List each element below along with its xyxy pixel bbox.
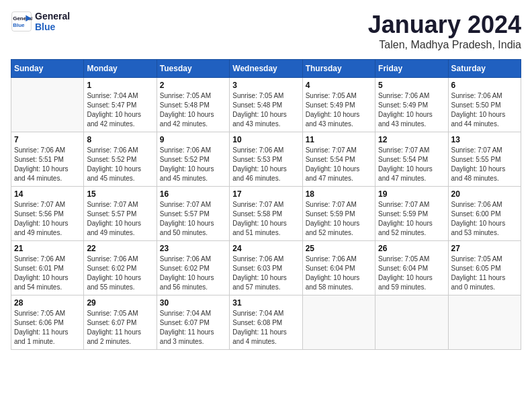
day-info: Sunrise: 7:06 AM Sunset: 6:00 PM Dayligh…	[451, 200, 518, 238]
day-number: 3	[232, 81, 299, 90]
calendar-cell: 2Sunrise: 7:05 AM Sunset: 5:48 PM Daylig…	[157, 78, 229, 132]
day-number: 1	[87, 81, 153, 90]
day-info: Sunrise: 7:07 AM Sunset: 5:57 PM Dayligh…	[87, 200, 153, 238]
calendar-cell: 22Sunrise: 7:06 AM Sunset: 6:02 PM Dayli…	[84, 241, 157, 295]
day-number: 2	[160, 81, 226, 90]
day-info: Sunrise: 7:07 AM Sunset: 5:58 PM Dayligh…	[232, 200, 299, 238]
calendar-cell: 6Sunrise: 7:06 AM Sunset: 5:50 PM Daylig…	[448, 78, 521, 132]
calendar-cell: 15Sunrise: 7:07 AM Sunset: 5:57 PM Dayli…	[84, 187, 157, 241]
calendar-subtitle: Talen, Madhya Pradesh, India	[368, 39, 521, 51]
day-number: 9	[160, 135, 226, 144]
day-info: Sunrise: 7:06 AM Sunset: 6:03 PM Dayligh…	[232, 255, 299, 292]
week-row-2: 7Sunrise: 7:06 AM Sunset: 5:51 PM Daylig…	[11, 132, 521, 187]
day-info: Sunrise: 7:07 AM Sunset: 5:59 PM Dayligh…	[306, 200, 372, 238]
calendar-cell: 4Sunrise: 7:05 AM Sunset: 5:49 PM Daylig…	[302, 78, 375, 132]
day-number: 21	[14, 244, 81, 253]
title-area: January 2024 Talen, Madhya Pradesh, Indi…	[368, 11, 521, 51]
day-info: Sunrise: 7:06 AM Sunset: 6:01 PM Dayligh…	[14, 255, 81, 292]
day-number: 17	[232, 189, 299, 199]
calendar-cell: 9Sunrise: 7:06 AM Sunset: 5:52 PM Daylig…	[157, 132, 229, 187]
column-header-tuesday: Tuesday	[157, 60, 229, 78]
column-header-sunday: Sunday	[11, 60, 84, 78]
day-info: Sunrise: 7:04 AM Sunset: 5:47 PM Dayligh…	[87, 91, 153, 129]
calendar-cell: 31Sunrise: 7:04 AM Sunset: 6:08 PM Dayli…	[230, 295, 302, 350]
day-info: Sunrise: 7:06 AM Sunset: 5:53 PM Dayligh…	[232, 146, 299, 183]
column-header-friday: Friday	[375, 60, 448, 78]
calendar-cell: 21Sunrise: 7:06 AM Sunset: 6:01 PM Dayli…	[11, 241, 84, 295]
day-number: 13	[451, 135, 518, 144]
calendar-cell: 5Sunrise: 7:06 AM Sunset: 5:49 PM Daylig…	[375, 78, 448, 132]
day-number: 18	[306, 189, 372, 199]
header: General Blue GeneralBlue January 2024 Ta…	[11, 11, 521, 51]
day-number: 5	[378, 81, 445, 90]
calendar-cell: 8Sunrise: 7:06 AM Sunset: 5:52 PM Daylig…	[84, 132, 157, 187]
day-info: Sunrise: 7:07 AM Sunset: 5:54 PM Dayligh…	[378, 146, 445, 183]
day-number: 15	[87, 189, 153, 199]
day-number: 27	[451, 244, 518, 253]
day-info: Sunrise: 7:05 AM Sunset: 5:48 PM Dayligh…	[232, 91, 299, 129]
calendar-cell: 13Sunrise: 7:07 AM Sunset: 5:55 PM Dayli…	[448, 132, 521, 187]
day-number: 6	[451, 81, 518, 90]
calendar-cell	[302, 295, 375, 350]
day-number: 19	[378, 189, 445, 199]
day-number: 29	[87, 298, 153, 308]
day-info: Sunrise: 7:05 AM Sunset: 5:48 PM Dayligh…	[160, 91, 226, 129]
calendar-cell: 24Sunrise: 7:06 AM Sunset: 6:03 PM Dayli…	[230, 241, 302, 295]
week-row-1: 1Sunrise: 7:04 AM Sunset: 5:47 PM Daylig…	[11, 78, 521, 132]
column-header-wednesday: Wednesday	[230, 60, 302, 78]
day-info: Sunrise: 7:06 AM Sunset: 5:52 PM Dayligh…	[87, 146, 153, 183]
week-row-5: 28Sunrise: 7:05 AM Sunset: 6:06 PM Dayli…	[11, 295, 521, 350]
calendar-cell: 16Sunrise: 7:07 AM Sunset: 5:57 PM Dayli…	[157, 187, 229, 241]
day-info: Sunrise: 7:05 AM Sunset: 6:04 PM Dayligh…	[378, 255, 445, 292]
calendar-cell: 19Sunrise: 7:07 AM Sunset: 5:59 PM Dayli…	[375, 187, 448, 241]
day-number: 4	[306, 81, 372, 90]
day-number: 31	[232, 298, 299, 308]
day-info: Sunrise: 7:05 AM Sunset: 6:07 PM Dayligh…	[87, 309, 153, 347]
day-number: 25	[306, 244, 372, 253]
calendar-cell: 12Sunrise: 7:07 AM Sunset: 5:54 PM Dayli…	[375, 132, 448, 187]
calendar-header-row: SundayMondayTuesdayWednesdayThursdayFrid…	[11, 60, 521, 78]
day-info: Sunrise: 7:07 AM Sunset: 5:57 PM Dayligh…	[160, 200, 226, 238]
day-info: Sunrise: 7:06 AM Sunset: 5:52 PM Dayligh…	[160, 146, 226, 183]
day-info: Sunrise: 7:06 AM Sunset: 5:51 PM Dayligh…	[14, 146, 81, 183]
day-number: 23	[160, 244, 226, 253]
day-number: 8	[87, 135, 153, 144]
calendar-cell: 11Sunrise: 7:07 AM Sunset: 5:54 PM Dayli…	[302, 132, 375, 187]
day-info: Sunrise: 7:04 AM Sunset: 6:08 PM Dayligh…	[232, 309, 299, 347]
logo-text: GeneralBlue	[35, 11, 70, 32]
calendar-cell	[448, 295, 521, 350]
calendar-cell: 23Sunrise: 7:06 AM Sunset: 6:02 PM Dayli…	[157, 241, 229, 295]
calendar-cell: 17Sunrise: 7:07 AM Sunset: 5:58 PM Dayli…	[230, 187, 302, 241]
day-info: Sunrise: 7:06 AM Sunset: 5:50 PM Dayligh…	[451, 91, 518, 129]
calendar-cell: 14Sunrise: 7:07 AM Sunset: 5:56 PM Dayli…	[11, 187, 84, 241]
calendar-cell: 30Sunrise: 7:04 AM Sunset: 6:07 PM Dayli…	[157, 295, 229, 350]
day-number: 28	[14, 298, 81, 308]
day-info: Sunrise: 7:07 AM Sunset: 5:54 PM Dayligh…	[306, 146, 372, 183]
day-info: Sunrise: 7:06 AM Sunset: 6:04 PM Dayligh…	[306, 255, 372, 292]
day-info: Sunrise: 7:06 AM Sunset: 5:49 PM Dayligh…	[378, 91, 445, 129]
day-number: 10	[232, 135, 299, 144]
calendar-cell: 29Sunrise: 7:05 AM Sunset: 6:07 PM Dayli…	[84, 295, 157, 350]
calendar-cell: 25Sunrise: 7:06 AM Sunset: 6:04 PM Dayli…	[302, 241, 375, 295]
logo-icon: General Blue	[11, 11, 32, 32]
column-header-saturday: Saturday	[448, 60, 521, 78]
calendar-body: 1Sunrise: 7:04 AM Sunset: 5:47 PM Daylig…	[11, 78, 521, 350]
calendar-cell: 18Sunrise: 7:07 AM Sunset: 5:59 PM Dayli…	[302, 187, 375, 241]
calendar-cell: 20Sunrise: 7:06 AM Sunset: 6:00 PM Dayli…	[448, 187, 521, 241]
column-header-monday: Monday	[84, 60, 157, 78]
day-info: Sunrise: 7:05 AM Sunset: 6:06 PM Dayligh…	[14, 309, 81, 347]
logo: General Blue GeneralBlue	[11, 11, 70, 32]
svg-text:Blue: Blue	[13, 22, 25, 28]
day-number: 12	[378, 135, 445, 144]
day-number: 26	[378, 244, 445, 253]
day-number: 22	[87, 244, 153, 253]
day-number: 7	[14, 135, 81, 144]
day-info: Sunrise: 7:05 AM Sunset: 5:49 PM Dayligh…	[306, 91, 372, 129]
calendar-table: SundayMondayTuesdayWednesdayThursdayFrid…	[11, 59, 521, 350]
week-row-4: 21Sunrise: 7:06 AM Sunset: 6:01 PM Dayli…	[11, 241, 521, 295]
calendar-cell: 1Sunrise: 7:04 AM Sunset: 5:47 PM Daylig…	[84, 78, 157, 132]
calendar-cell: 27Sunrise: 7:05 AM Sunset: 6:05 PM Dayli…	[448, 241, 521, 295]
calendar-cell: 10Sunrise: 7:06 AM Sunset: 5:53 PM Dayli…	[230, 132, 302, 187]
day-info: Sunrise: 7:07 AM Sunset: 5:59 PM Dayligh…	[378, 200, 445, 238]
week-row-3: 14Sunrise: 7:07 AM Sunset: 5:56 PM Dayli…	[11, 187, 521, 241]
